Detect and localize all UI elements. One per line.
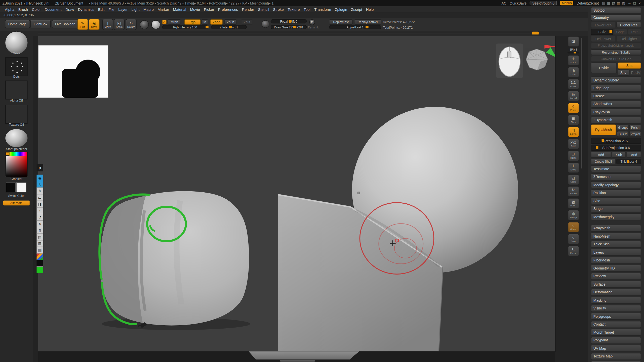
subpalette-header[interactable]: Preview [591, 273, 641, 280]
menu-item[interactable]: Zplugin [335, 7, 347, 11]
secondary-color-swatch[interactable] [16, 183, 26, 192]
dynamesh-section-header[interactable]: •DynaMesh [591, 116, 641, 123]
draw-size-thumb[interactable] [293, 26, 296, 28]
quick-strip-cell[interactable]: ▯ [36, 227, 43, 234]
geometry-palette-header[interactable]: Geometry [591, 14, 641, 21]
reuv-button[interactable]: ReUV [630, 69, 641, 76]
draw-size-slider[interactable]: Draw Size 233.82281 [271, 25, 307, 29]
menu-item[interactable]: Layer [118, 7, 128, 11]
rgb-intensity-slider[interactable]: Rgb Intensity 100 [162, 25, 208, 29]
menu-item[interactable]: Tool [304, 7, 310, 11]
z-intensity-slider[interactable]: Z Intensity 51 [211, 25, 247, 29]
menu-item[interactable]: File [108, 7, 114, 11]
lightbox-button[interactable]: LightBox [30, 20, 51, 28]
subpalette-header[interactable]: Morph Target [591, 329, 641, 336]
draw-button[interactable]: ◉ Draw [89, 19, 100, 30]
menu-item[interactable]: Draw [65, 7, 74, 11]
layout-icon[interactable]: ▦ [607, 1, 610, 5]
reconstruct-subdiv-button[interactable]: Reconstruct Subdiv [591, 49, 641, 55]
menu-item[interactable]: Dynamics [78, 7, 94, 11]
menu-item[interactable]: Color [32, 7, 41, 11]
stroke-preview-icon[interactable] [140, 20, 149, 29]
menu-item[interactable]: Help [366, 7, 374, 11]
freeze-subdivision-button[interactable]: Freeze SubDivision Levels [591, 43, 641, 49]
quick-strip-cell[interactable]: ▦ [36, 240, 43, 247]
quick-strip-cell[interactable]: ▤ [36, 234, 43, 240]
section-header[interactable]: ClayPolish [591, 109, 641, 116]
rgb-button[interactable]: Rgb [184, 19, 200, 25]
quick-strip-cell[interactable]: ↖ [36, 181, 43, 188]
bpr-button[interactable]: ◪ [568, 36, 579, 47]
adjust-last-slider[interactable]: AdjustLast 1 [329, 25, 381, 29]
z-intensity-thumb[interactable] [229, 26, 232, 28]
focal-shift-slider[interactable]: Focal Shift 0 [271, 19, 307, 23]
layout-icon[interactable]: ▧ [612, 1, 615, 5]
subpalette-header[interactable]: Deformation [591, 289, 641, 296]
dynamesh-project-button[interactable]: Project [629, 131, 641, 137]
right-shelf-button[interactable]: ○ Solo [568, 234, 579, 245]
quicksave-button[interactable]: QuickSave [510, 1, 527, 5]
subtool-palette-header[interactable]: Subtool [591, 7, 641, 14]
main-color-swatch[interactable] [6, 183, 16, 192]
subpalette-header[interactable]: NanoMesh [591, 233, 641, 240]
section-header[interactable]: Stager [591, 205, 641, 212]
menu-item[interactable]: Stencil [258, 7, 269, 11]
adjust-last-thumb[interactable] [365, 26, 368, 28]
dynamesh-blur-slider[interactable]: Blur 2 [617, 131, 629, 137]
menu-item[interactable]: Stroke [273, 7, 284, 11]
menu-item[interactable]: Preferences [218, 7, 238, 11]
right-shelf-button[interactable]: ▦ Floor [568, 115, 579, 125]
right-shelf-button[interactable]: 1:1 Actual [568, 79, 579, 90]
quick-strip-cell[interactable]: ▥ [36, 247, 43, 253]
zadd-button[interactable]: Zadd [210, 19, 223, 25]
subpalette-header[interactable]: Polygroups [591, 313, 641, 320]
subpalette-header[interactable]: Surface [591, 281, 641, 288]
section-header[interactable]: EdgeLoop [591, 84, 641, 92]
window-control-button[interactable]: □ [633, 1, 636, 5]
resolution-thumb[interactable] [602, 139, 604, 142]
section-header[interactable]: Crease [591, 93, 641, 100]
subpalette-header[interactable]: Thick Skin [591, 241, 641, 248]
section-header[interactable]: Size [591, 197, 641, 204]
live-boolean-button[interactable]: Live Boolean [52, 20, 79, 28]
layout-icon[interactable]: ▤ [602, 1, 605, 5]
subpalette-header[interactable]: Texture Map [591, 353, 641, 360]
menu-item[interactable]: Movie [190, 7, 200, 11]
document-canvas[interactable] [38, 36, 555, 351]
zcut-button[interactable]: Zcut [241, 19, 253, 25]
focal-shift-thumb[interactable] [289, 20, 292, 23]
higher-res-button[interactable]: Higher Res [616, 22, 641, 28]
home-page-button[interactable]: Home Page [5, 20, 30, 28]
subprojection-slider[interactable]: SubProjection 0.6 [591, 145, 641, 151]
subpalette-header[interactable]: UV Map [591, 345, 641, 352]
suv-button[interactable]: Suv [618, 69, 629, 76]
sdiv-slider[interactable]: SDiv [591, 29, 613, 35]
subpalette-header[interactable]: Polypaint [591, 337, 641, 344]
menu-item[interactable]: Texture [288, 7, 300, 11]
menu-item[interactable]: Render [242, 7, 254, 11]
right-shelf-scrollbar[interactable] [581, 38, 582, 168]
ruler-marker[interactable] [532, 32, 539, 34]
right-shelf-button[interactable]: ◌ Ghost [568, 222, 579, 233]
menu-item[interactable]: Macro [143, 7, 154, 11]
color-picker[interactable] [5, 152, 27, 176]
section-header[interactable]: ShadowBox [591, 101, 641, 108]
m-button[interactable]: M [202, 19, 208, 25]
quick-strip-cell[interactable]: ↺ [36, 214, 43, 221]
quick-strip-cell[interactable] [36, 267, 43, 273]
dynamic-d-badge[interactable]: D [309, 19, 315, 25]
subpalette-header[interactable]: FiberMesh [591, 257, 641, 264]
section-header[interactable]: Tessimate [591, 165, 641, 172]
sv-square[interactable] [6, 156, 27, 177]
menu-item[interactable]: Brush [18, 7, 28, 11]
subpalette-header[interactable]: Layers [591, 249, 641, 256]
replay-last-button[interactable]: ReplayLast [329, 19, 353, 25]
quick-strip-cell[interactable] [36, 260, 43, 267]
right-shelf-button[interactable]: xyz Gxyz [568, 139, 579, 149]
menu-item[interactable]: Zscript [351, 7, 362, 11]
right-shelf-button[interactable]: ▩ PolyF [568, 198, 579, 209]
subpalette-header[interactable]: Masking [591, 297, 641, 304]
stroke-s-badge[interactable]: S [262, 20, 269, 28]
thickness-thumb[interactable] [627, 160, 629, 163]
alternate-button[interactable]: Alternate [3, 201, 30, 206]
